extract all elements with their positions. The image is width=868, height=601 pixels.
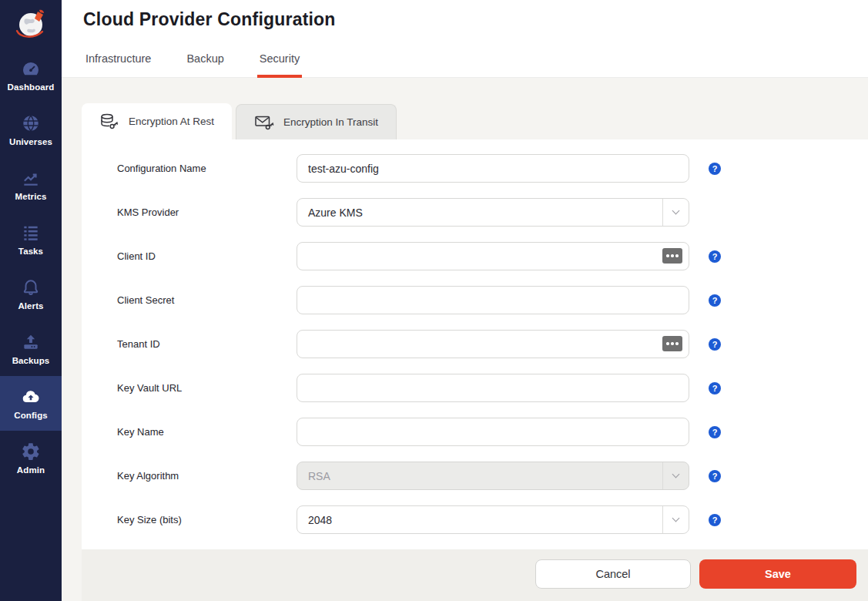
select-value: 2048 — [297, 514, 662, 526]
field-label-client-id: Client ID — [117, 250, 297, 262]
help-icon[interactable]: ? — [709, 294, 721, 307]
help-icon[interactable]: ? — [709, 163, 721, 175]
planet-rocket-icon — [11, 4, 51, 44]
field-label-key-vault-url: Key Vault URL — [117, 382, 297, 394]
field-row-client-secret: Client Secret? — [117, 286, 868, 314]
yugabyte-logo[interactable] — [0, 0, 62, 48]
sidebar: DashboardUniversesMetricsTasksAlertsBack… — [0, 0, 62, 601]
bell-icon — [21, 277, 41, 297]
chevron-down-icon — [662, 506, 689, 533]
sidebar-item-alerts[interactable]: Alerts — [0, 267, 62, 321]
gear-icon — [21, 442, 41, 462]
subtab-encryption-in-transit[interactable]: Encryption In Transit — [236, 104, 397, 139]
input-key-vault-url[interactable] — [297, 374, 689, 402]
subtab-label: Encryption In Transit — [283, 116, 378, 128]
select-value: Azure KMS — [297, 206, 662, 219]
tab-backup[interactable]: Backup — [184, 52, 226, 78]
field-row-key-vault-url: Key Vault URL? — [117, 374, 868, 402]
content-area: Encryption At RestEncryption In Transit … — [62, 78, 868, 601]
database-key-icon — [99, 112, 120, 131]
field-row-client-id: Client ID? — [117, 242, 868, 270]
field-row-key-algorithm: Key AlgorithmRSA? — [117, 462, 868, 490]
form-action-bar: Cancel Save — [82, 549, 868, 601]
select-value: RSA — [297, 470, 662, 482]
gauge-icon — [21, 59, 41, 79]
main-tabs: InfrastructureBackupSecurity — [83, 52, 302, 78]
help-icon[interactable]: ? — [709, 514, 721, 526]
sidebar-item-label: Tasks — [18, 247, 43, 256]
tab-infrastructure[interactable]: Infrastructure — [83, 52, 153, 78]
field-row-key-size-bits: Key Size (bits)2048? — [117, 505, 868, 534]
sidebar-item-label: Configs — [14, 411, 48, 420]
field-label-key-name: Key Name — [117, 426, 297, 438]
field-label-configuration-name: Configuration Name — [117, 163, 297, 174]
select-key-algorithm: RSA — [297, 462, 689, 490]
help-icon[interactable]: ? — [709, 470, 721, 482]
envelope-key-icon — [254, 113, 275, 132]
sidebar-item-label: Metrics — [15, 192, 47, 201]
globe-icon — [21, 113, 41, 133]
sidebar-item-backups[interactable]: Backups — [0, 321, 62, 376]
help-icon[interactable]: ? — [709, 382, 721, 395]
upload-icon — [21, 332, 41, 352]
ellipsis-reveal-button[interactable] — [662, 336, 682, 351]
cancel-button[interactable]: Cancel — [535, 559, 691, 589]
input-tenant-id[interactable] — [297, 330, 689, 358]
save-button[interactable]: Save — [699, 559, 856, 589]
field-label-tenant-id: Tenant ID — [117, 338, 297, 350]
sidebar-item-label: Backups — [12, 356, 50, 365]
ellipsis-reveal-button[interactable] — [662, 248, 682, 264]
input-key-name[interactable] — [297, 418, 689, 446]
sidebar-item-metrics[interactable]: Metrics — [0, 157, 62, 212]
select-kms-provider[interactable]: Azure KMS — [297, 198, 689, 227]
sidebar-item-label: Alerts — [18, 301, 43, 311]
help-icon[interactable]: ? — [709, 338, 721, 351]
input-client-id[interactable] — [297, 242, 689, 270]
subtab-encryption-at-rest[interactable]: Encryption At Rest — [82, 103, 232, 139]
field-row-kms-provider: KMS ProviderAzure KMS — [117, 198, 868, 227]
help-icon[interactable]: ? — [709, 250, 721, 263]
field-row-key-name: Key Name? — [117, 418, 868, 446]
cloud-upload-icon — [21, 387, 41, 407]
sidebar-item-universes[interactable]: Universes — [0, 102, 62, 157]
chart-icon — [21, 168, 41, 188]
list-icon — [21, 223, 41, 243]
sidebar-item-label: Dashboard — [8, 82, 55, 92]
help-icon[interactable]: ? — [709, 426, 721, 438]
input-configuration-name[interactable] — [297, 154, 689, 183]
page-header: Cloud Provider Configuration Infrastruct… — [62, 0, 868, 78]
field-row-configuration-name: Configuration Name? — [117, 154, 868, 183]
input-client-secret[interactable] — [297, 286, 689, 314]
sidebar-item-admin[interactable]: Admin — [0, 431, 62, 485]
chevron-down-icon — [662, 462, 689, 489]
sidebar-item-label: Admin — [17, 465, 45, 475]
sidebar-item-label: Universes — [9, 137, 52, 146]
sidebar-item-tasks[interactable]: Tasks — [0, 212, 62, 267]
field-label-key-size-bits: Key Size (bits) — [117, 514, 297, 525]
select-key-size-bits[interactable]: 2048 — [297, 505, 689, 534]
encryption-subtabs: Encryption At RestEncryption In Transit — [82, 103, 397, 139]
field-row-tenant-id: Tenant ID? — [117, 330, 868, 358]
encryption-at-rest-panel: Configuration Name?KMS ProviderAzure KMS… — [82, 139, 868, 549]
tab-security[interactable]: Security — [257, 52, 302, 78]
field-label-kms-provider: KMS Provider — [117, 206, 297, 218]
chevron-down-icon — [662, 199, 689, 226]
subtab-label: Encryption At Rest — [129, 116, 214, 127]
sidebar-item-configs[interactable]: Configs — [0, 376, 62, 431]
sidebar-item-dashboard[interactable]: Dashboard — [0, 48, 62, 102]
field-label-client-secret: Client Secret — [117, 294, 297, 306]
field-label-key-algorithm: Key Algorithm — [117, 470, 297, 482]
page-title: Cloud Provider Configuration — [83, 9, 336, 30]
